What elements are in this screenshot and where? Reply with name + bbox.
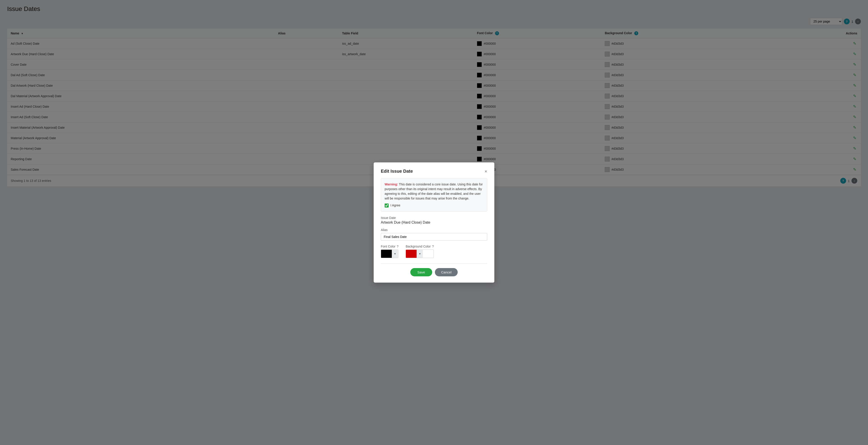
warning-label: Warning: xyxy=(384,183,398,186)
modal-header: Edit Issue Date × xyxy=(381,169,487,174)
font-color-dropdown-arrow[interactable]: ▼ xyxy=(392,250,398,258)
bg-color-dropdown-arrow[interactable]: ▼ xyxy=(416,250,423,258)
agree-checkbox[interactable] xyxy=(384,203,389,208)
font-color-field: Font Color ? ▼ xyxy=(381,245,399,258)
agree-label: I Agree xyxy=(391,203,400,208)
warning-box: Warning: This date is considered a core … xyxy=(381,178,487,212)
agree-row: I Agree xyxy=(384,203,484,208)
warning-text: This date is considered a core issue dat… xyxy=(384,183,483,200)
issue-date-value: Artwork Due (Hard Close) Date xyxy=(381,221,487,224)
color-row: Font Color ? ▼ Background Color ? ▼ xyxy=(381,245,487,258)
font-color-modal-help-icon[interactable]: ? xyxy=(397,245,399,248)
font-color-label: Font Color xyxy=(381,245,395,248)
modal-divider xyxy=(381,263,487,264)
background-color-label: Background Color xyxy=(406,245,431,248)
edit-issue-date-modal: Edit Issue Date × Warning: This date is … xyxy=(374,162,494,283)
font-color-picker[interactable]: ▼ xyxy=(381,250,399,258)
modal-overlay: Edit Issue Date × Warning: This date is … xyxy=(0,0,868,445)
issue-date-label: Issue Date xyxy=(381,216,487,220)
cancel-button[interactable]: Cancel xyxy=(435,268,458,276)
background-color-field: Background Color ? ▼ xyxy=(406,245,434,258)
alias-input[interactable] xyxy=(381,233,487,241)
modal-actions: Save Cancel xyxy=(381,268,487,276)
modal-close-button[interactable]: × xyxy=(485,169,487,173)
alias-label: Alias xyxy=(381,228,487,232)
save-button[interactable]: Save xyxy=(410,268,432,276)
bg-color-modal-help-icon[interactable]: ? xyxy=(432,245,434,248)
font-color-preview xyxy=(381,250,392,258)
modal-title: Edit Issue Date xyxy=(381,169,413,174)
background-color-picker[interactable]: ▼ xyxy=(406,250,434,258)
background-color-preview xyxy=(406,250,416,258)
